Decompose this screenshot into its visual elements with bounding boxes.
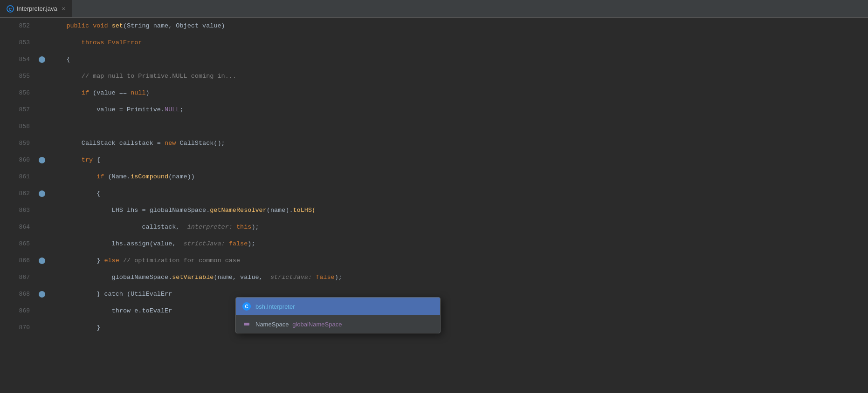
gutter-row	[37, 51, 47, 68]
code-line: CallStack callstack = new CallStack();	[51, 135, 868, 152]
code-line: public void set(String name, Object valu…	[51, 18, 868, 34]
autocomplete-item[interactable]: Cbsh.Interpreter	[236, 298, 440, 315]
code-content[interactable]: public void set(String name, Object valu…	[47, 18, 868, 393]
breakpoint-dot[interactable]	[39, 190, 45, 197]
gutter-row	[37, 303, 47, 319]
gutter-row	[37, 252, 47, 269]
breakpoint-dot[interactable]	[39, 157, 45, 163]
code-token: interpreter:	[187, 224, 233, 230]
tab-close-button[interactable]: ×	[62, 6, 65, 12]
code-token: strictJava:	[184, 240, 225, 247]
line-number: 857	[0, 102, 37, 118]
code-token: this	[236, 224, 251, 230]
code-token: false	[316, 274, 335, 281]
code-token: toLHS(	[293, 207, 316, 214]
code-token: isCompound	[131, 173, 168, 180]
code-token: false	[229, 240, 248, 247]
gutter-row	[37, 219, 47, 236]
code-token: throw e.toEvalEr	[51, 307, 172, 314]
code-token	[51, 73, 82, 80]
code-token: try	[82, 156, 93, 163]
breakpoint-dot[interactable]	[39, 257, 45, 264]
code-token: void	[93, 22, 108, 29]
code-token: CallStack();	[176, 140, 225, 147]
autocomplete-item-label: NameSpace globalNameSpace	[255, 321, 342, 328]
gutter-row	[37, 269, 47, 286]
code-token: NULL	[165, 106, 179, 113]
line-number: 860	[0, 152, 37, 169]
code-token: globalNameSpace.	[51, 274, 172, 281]
code-line: } catch (UtilEvalErr	[51, 286, 868, 303]
code-line: try {	[51, 152, 868, 169]
code-token: // optimization for common case	[119, 257, 240, 264]
gutter-row	[37, 135, 47, 152]
autocomplete-item-label: bsh.Interpreter	[255, 303, 295, 310]
autocomplete-item[interactable]: NameSpace globalNameSpace	[236, 315, 440, 333]
code-token	[225, 240, 229, 247]
code-token: CallStack callstack =	[51, 140, 165, 147]
code-token	[312, 274, 316, 281]
code-token	[51, 89, 82, 96]
code-line: {	[51, 185, 868, 202]
breakpoint-dot[interactable]	[39, 291, 45, 298]
code-token	[108, 22, 112, 29]
gutter-row	[37, 286, 47, 303]
gutter-row	[37, 319, 47, 336]
line-number: 852	[0, 18, 37, 34]
code-token: );	[248, 240, 255, 247]
code-token: (name))	[168, 173, 195, 180]
code-line: {	[51, 51, 868, 68]
line-number: 855	[0, 68, 37, 85]
gutter-row	[37, 185, 47, 202]
code-token	[51, 173, 96, 180]
gutter-row	[37, 85, 47, 102]
code-line: LHS lhs = globalNameSpace.getNameResolve…	[51, 202, 868, 219]
code-token: }	[51, 324, 100, 331]
gutter	[37, 18, 47, 393]
code-token: {	[93, 156, 100, 163]
code-token: );	[251, 224, 259, 230]
line-numbers: 8528538548558568578588598608618628638648…	[0, 18, 37, 393]
autocomplete-primary-label: bsh.Interpreter	[255, 303, 295, 310]
code-token	[51, 156, 82, 163]
code-line: if (value == null)	[51, 85, 868, 102]
code-token: null	[131, 89, 145, 96]
line-number: 859	[0, 135, 37, 152]
code-token: LHS lhs = globalNameSpace.	[51, 207, 210, 214]
gutter-row	[37, 152, 47, 169]
line-number: 869	[0, 303, 37, 319]
line-number: 864	[0, 219, 37, 236]
code-line: lhs.assign(value, strictJava: false);	[51, 236, 868, 252]
autocomplete-field-type: NameSpace	[255, 321, 290, 328]
code-line: if (Name.isCompound(name))	[51, 169, 868, 185]
code-token: (name).	[267, 207, 293, 214]
code-token: (Name.	[104, 173, 131, 180]
autocomplete-field-name: globalNameSpace	[292, 321, 342, 328]
autocomplete-popup[interactable]: Cbsh.InterpreterNameSpace globalNameSpac…	[235, 297, 441, 333]
code-token: ;	[179, 106, 183, 113]
code-token: public	[66, 22, 89, 29]
code-token: )	[146, 89, 150, 96]
gutter-row	[37, 68, 47, 85]
gutter-row	[37, 118, 47, 135]
code-token: (String name, Object value)	[123, 22, 225, 29]
tab-filename: Interpreter.java	[17, 5, 57, 12]
line-number: 858	[0, 118, 37, 135]
editor-area: 8528538548558568578588598608618628638648…	[0, 18, 868, 393]
code-line: value = Primitive.NULL;	[51, 102, 868, 118]
code-line: throw e.toEvalEr	[51, 303, 868, 319]
line-number: 870	[0, 319, 37, 336]
tab-interpreter-java[interactable]: C Interpreter.java ×	[0, 0, 72, 17]
code-line: callstack, interpreter: this);	[51, 219, 868, 236]
svg-text:C: C	[9, 7, 12, 12]
autocomplete-item-icon: C	[242, 302, 251, 311]
code-token: strictJava:	[270, 274, 312, 281]
code-token: (name, value,	[214, 274, 270, 281]
code-token: setVariable	[172, 274, 214, 281]
breakpoint-dot[interactable]	[39, 56, 45, 63]
code-token: set	[112, 22, 123, 29]
gutter-row	[37, 34, 47, 51]
line-number: 863	[0, 202, 37, 219]
code-token: getNameResolver	[210, 207, 267, 214]
code-token: if	[82, 89, 89, 96]
